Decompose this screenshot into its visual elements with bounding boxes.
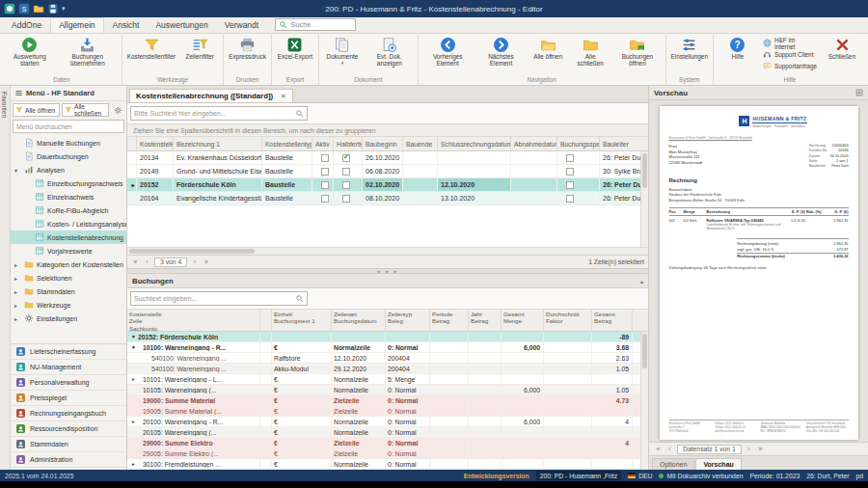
tree-expander-icon[interactable]: ▾ — [14, 167, 21, 174]
ribbon-button[interactable]: Zeilenfilter — [178, 36, 221, 61]
scrollbar-thumb[interactable] — [129, 249, 255, 254]
aktiv-checkbox[interactable] — [321, 168, 329, 176]
buchungen-row[interactable]: ▸ 30100: Fremdleistungen ... € Normalzei… — [127, 459, 648, 470]
horizontal-scrollbar[interactable] — [127, 247, 648, 255]
open-folder-icon[interactable] — [33, 3, 44, 14]
ribbon-button[interactable]: Buchungen öffnen — [611, 36, 663, 68]
help-link[interactable]: H&F im Internet — [763, 38, 817, 48]
vertical-scrollbar[interactable] — [640, 332, 648, 470]
ribbon-button[interactable]: Auswertung starten — [4, 36, 56, 68]
row-expander-icon[interactable]: ▸ — [129, 419, 138, 424]
sidebar-tree-item[interactable]: ▾ Analysen — [11, 163, 126, 176]
column-header-kostenstellentyp[interactable]: Kostenstellentyp — [262, 137, 312, 150]
sidebar-tree-item[interactable]: ▸ Kategorien der Kostenstellen — [11, 258, 126, 271]
halbfertig-checkbox[interactable] — [342, 195, 350, 203]
buchungen-row[interactable]: 10105: Wareneingang (... € Normalzeile 0… — [127, 385, 648, 395]
sidebar-tree-item[interactable]: ▸ Einstellungen — [11, 312, 126, 325]
tree-expander-icon[interactable]: ▸ — [14, 302, 21, 309]
aktiv-checkbox[interactable] — [321, 181, 329, 189]
pager-last-icon[interactable]: » — [756, 446, 765, 452]
quick-access-caret-icon[interactable]: ▾ — [62, 5, 66, 13]
buchungen-row[interactable]: ▸ 10101: Wareneingang - L... € Normalzei… — [127, 374, 648, 385]
buchungssperre-checkbox[interactable] — [566, 154, 574, 162]
column-header-bezeichnung[interactable]: Bezeichnung 1 — [174, 137, 262, 150]
quick-access-s-icon[interactable]: S — [18, 3, 30, 14]
sidebar-tree-item[interactable]: KoRe-FiBu-Abgleich — [11, 203, 126, 217]
buchungssperre-checkbox[interactable] — [566, 168, 574, 176]
ribbon-button[interactable]: Einstellungen — [668, 36, 711, 61]
column-header-abnahmedatum[interactable]: Abnahmedatum — [511, 137, 557, 150]
sidebar-module-item[interactable]: NU-Management — [11, 360, 126, 375]
buchungen-row[interactable]: 19005: Summe Material (... € Zielzeile 0… — [127, 406, 648, 417]
pager-last-icon[interactable]: » — [202, 258, 210, 265]
ribbon-button[interactable]: Alle öffnen — [527, 36, 569, 61]
column-header-baubeginn[interactable]: Baubeginn — [363, 137, 403, 150]
column-header-bauende[interactable]: Bauende — [403, 137, 438, 150]
ribbon-button[interactable]: Dokumente ▾ — [321, 36, 364, 66]
table-row[interactable]: ▸ 20152 Förderschule Köln Baustelle 02.1… — [127, 178, 648, 192]
sidebar-module-item[interactable]: Rechnungseingangsbuch — [11, 406, 126, 421]
ribbon-button[interactable]: Kostenstellenfilter — [124, 36, 178, 61]
ribbon-button[interactable]: Buchungen übernehmen — [56, 36, 120, 68]
column-header-halbfertig[interactable]: Halbfertig — [334, 137, 363, 150]
buchungen-search-input[interactable]: Suchtext eingeben... — [130, 291, 308, 306]
column-header-schlussrechnungsdatum[interactable]: Schlussrechnungsdatum — [438, 137, 511, 150]
vertical-scrollbar[interactable] — [640, 151, 648, 247]
sidebar-module-item[interactable]: Personalverwaltung — [11, 375, 126, 391]
column-header-zeilenart-buchungsdatum[interactable]: ZeilenartBuchungsdatum — [332, 310, 386, 331]
halbfertig-checkbox[interactable] — [342, 168, 350, 176]
pager-first-icon[interactable]: « — [131, 258, 140, 265]
buchungen-row[interactable]: 29005: Summe Elektro (... € Zielzeile 0:… — [127, 448, 648, 459]
tree-expander-icon[interactable]: ▸ — [14, 288, 21, 295]
help-link[interactable]: Supportanfrage — [763, 61, 817, 71]
ribbon-tab[interactable]: Verwandt — [217, 18, 266, 33]
buchungen-row[interactable]: ▸ 20100: Wareneingang - R... € Normalzei… — [127, 417, 648, 427]
sidebar-tree-item[interactable]: Kostenstellenabrechnung — [11, 230, 126, 244]
ribbon-button[interactable]: Nächstes Element — [475, 36, 527, 68]
favorites-side-tab[interactable]: Favoriten — [0, 86, 11, 470]
sidebar-tree-item[interactable]: Einzelbuchungsnachweis — [11, 176, 126, 190]
halbfertig-checkbox[interactable] — [342, 181, 350, 189]
ribbon-search-input[interactable]: Suche — [275, 18, 356, 31]
table-row[interactable]: 20134 Ev. Krankenhaus Düsseldorf Gm... B… — [127, 151, 648, 165]
sidebar-module-item[interactable]: Preisspiegel — [11, 391, 126, 406]
sidebar-tree-item[interactable]: Vorjahreswerte — [11, 244, 126, 258]
buchungen-row[interactable]: 29000: Summe Elektro € Zielzeile 0: Norm… — [127, 438, 648, 448]
hilfe-button[interactable]: ? Hilfe — [717, 36, 759, 61]
column-header-einheit-buchungstext[interactable]: EinheitBuchungstext 1 — [272, 310, 332, 331]
buchungen-row[interactable]: ▾ 10100: Wareneingang - R... € Normalzei… — [127, 342, 648, 353]
scrollbar-thumb[interactable] — [642, 334, 647, 368]
row-expander-icon[interactable]: ▾ — [129, 334, 138, 339]
pager-next-icon[interactable]: › — [190, 258, 199, 265]
table-row[interactable]: 20149 Grund- und Mittelschule Eisenfeld … — [127, 165, 648, 178]
ribbon-tab[interactable]: Ansicht — [105, 18, 148, 33]
sidebar-module-item[interactable]: Lieferscheinerfassung — [11, 344, 126, 360]
ribbon-tab[interactable]: Auswertungen — [148, 18, 215, 33]
buchungssperre-checkbox[interactable] — [566, 181, 574, 189]
buchungen-row[interactable]: ▾ 20152: Förderschule Köln -89 — [127, 332, 648, 342]
sidebar-search-input[interactable]: Menü durchsuchen — [13, 120, 124, 133]
sidebar-tree-item[interactable]: Dauerbuchungen — [11, 149, 126, 163]
buchungen-row[interactable]: 540100: Wareneingang ... Raffstore 12.10… — [127, 353, 648, 364]
column-header-periode-betrag[interactable]: PeriodeBetrag — [430, 310, 469, 331]
sidebar-tree-item[interactable]: ▸ Werkzeuge — [11, 298, 126, 312]
save-icon[interactable] — [47, 3, 59, 14]
help-link[interactable]: Support Client — [763, 49, 817, 60]
current-user[interactable]: 26: Durt, Peter — [806, 473, 849, 479]
sidebar-settings-gear-icon[interactable] — [111, 103, 124, 117]
sidebar-open-all-button[interactable]: Alle öffnen — [13, 103, 60, 117]
column-header-gesamt-menge[interactable]: GesamtMenge — [502, 310, 544, 331]
tree-expander-icon[interactable]: ▸ — [14, 315, 21, 322]
expand-preview-icon[interactable] — [855, 89, 863, 96]
pager-next-icon[interactable]: › — [745, 446, 753, 452]
sidebar-module-item[interactable]: Ressourcendisposition — [11, 421, 126, 437]
preview-tab[interactable]: Vorschau — [695, 458, 741, 470]
document-tab[interactable]: Kostenstellenabrechnung ([Standard]) ✕ — [129, 89, 293, 102]
buchungen-row[interactable]: 540100: Wareneingang ... Akku-Modul 29.1… — [127, 364, 648, 374]
sidebar-module-item[interactable]: Administration — [11, 452, 126, 468]
column-header-jahr-betrag[interactable]: JahrBetrag — [469, 310, 502, 331]
sidebar-tree-item[interactable]: Einzelnachweis — [11, 190, 126, 203]
pager-first-icon[interactable]: « — [654, 446, 663, 452]
column-header-buchungssperre[interactable]: Buchungssperre — [557, 137, 600, 150]
buchungen-row[interactable]: 19000: Summe Material € Zielzeile 0: Nor… — [127, 395, 648, 406]
